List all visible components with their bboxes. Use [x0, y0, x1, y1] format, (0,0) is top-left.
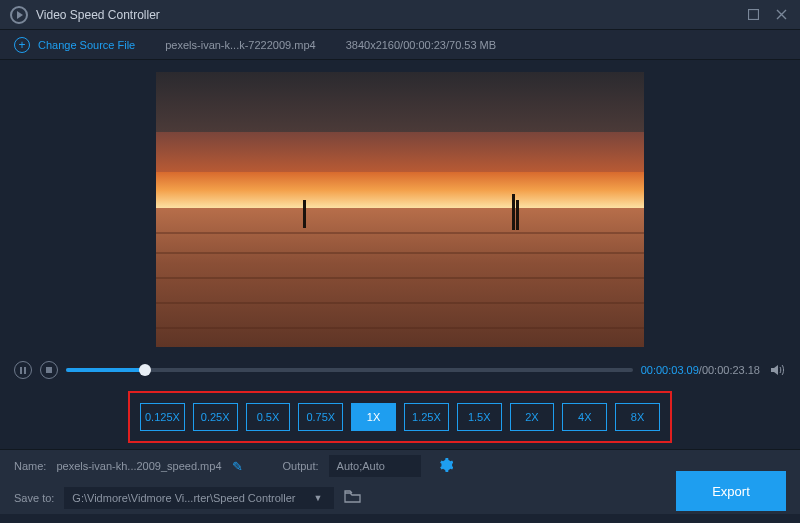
speed-section: 0.125X 0.25X 0.5X 0.75X 1X 1.25X 1.5X 2X…	[0, 385, 800, 449]
speed-0125[interactable]: 0.125X	[140, 403, 185, 431]
svg-rect-0	[748, 10, 758, 20]
output-label: Output:	[283, 460, 319, 472]
speed-8[interactable]: 8X	[615, 403, 660, 431]
app-logo-icon	[10, 6, 28, 24]
saveto-dropdown[interactable]: G:\Vidmore\Vidmore Vi...rter\Speed Contr…	[64, 487, 334, 509]
saveto-label: Save to:	[14, 492, 54, 504]
name-label: Name:	[14, 460, 46, 472]
speed-1[interactable]: 1X	[351, 403, 396, 431]
video-preview[interactable]	[156, 72, 644, 347]
seek-thumb[interactable]	[139, 364, 151, 376]
export-label: Export	[712, 484, 750, 499]
output-filename: pexels-ivan-kh...2009_speed.mp4	[56, 460, 221, 472]
source-meta: 3840x2160/00:00:23/70.53 MB	[346, 39, 496, 51]
source-filename: pexels-ivan-k...k-7222009.mp4	[165, 39, 315, 51]
speed-buttons-row: 0.125X 0.25X 0.5X 0.75X 1X 1.25X 1.5X 2X…	[128, 391, 672, 443]
output-dropdown[interactable]: Auto;Auto	[329, 455, 421, 477]
pause-button[interactable]	[14, 361, 32, 379]
output-settings-button[interactable]	[439, 458, 453, 475]
speed-15[interactable]: 1.5X	[457, 403, 502, 431]
speed-05[interactable]: 0.5X	[246, 403, 291, 431]
edit-name-button[interactable]: ✎	[232, 459, 243, 474]
speed-075[interactable]: 0.75X	[298, 403, 343, 431]
total-time: 00:00:23.18	[702, 364, 760, 376]
preview-area	[0, 60, 800, 355]
saveto-path: G:\Vidmore\Vidmore Vi...rter\Speed Contr…	[72, 492, 295, 504]
close-button[interactable]	[772, 6, 790, 24]
open-folder-button[interactable]	[344, 490, 362, 506]
speed-2[interactable]: 2X	[510, 403, 555, 431]
speed-125[interactable]: 1.25X	[404, 403, 449, 431]
change-source-label: Change Source File	[38, 39, 135, 51]
chevron-down-icon: ▼	[309, 493, 326, 503]
pause-icon	[20, 367, 26, 374]
stop-icon	[46, 367, 52, 373]
gear-icon	[439, 458, 453, 472]
maximize-button[interactable]	[744, 6, 762, 24]
speed-4[interactable]: 4X	[562, 403, 607, 431]
volume-button[interactable]	[768, 361, 786, 379]
folder-icon	[344, 490, 362, 504]
source-row: + Change Source File pexels-ivan-k...k-7…	[0, 30, 800, 60]
stop-button[interactable]	[40, 361, 58, 379]
seek-progress	[66, 368, 145, 372]
seek-slider[interactable]	[66, 368, 633, 372]
playback-controls: 00:00:03.09/00:00:23.18	[0, 355, 800, 385]
output-value: Auto;Auto	[337, 460, 385, 472]
export-button[interactable]: Export	[676, 471, 786, 511]
titlebar: Video Speed Controller	[0, 0, 800, 30]
window-title: Video Speed Controller	[36, 8, 734, 22]
time-display: 00:00:03.09/00:00:23.18	[641, 364, 760, 376]
speed-025[interactable]: 0.25X	[193, 403, 238, 431]
change-source-button[interactable]: + Change Source File	[14, 37, 135, 53]
plus-icon: +	[14, 37, 30, 53]
current-time: 00:00:03.09	[641, 364, 699, 376]
